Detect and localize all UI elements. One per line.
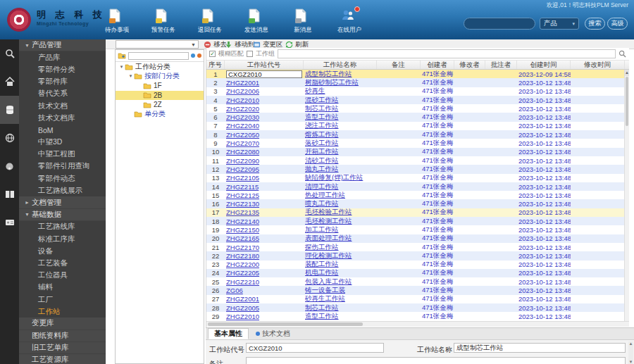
待办事项-button[interactable]: 待办事项: [99, 8, 135, 34]
name-field-value[interactable]: 成型制芯工作站: [454, 343, 626, 353]
table-row[interactable]: 8ZHGZ2050熔炼工作站471张金梅2023-10-12 13:48: [206, 130, 629, 139]
workstation-name-link[interactable]: 造型工作站: [305, 113, 339, 121]
tab-技术文档[interactable]: 技术文档: [250, 328, 296, 339]
workstation-name-link[interactable]: 熔炼工作站: [305, 130, 339, 139]
column-header-创建时间[interactable]: 创建时间: [517, 61, 571, 69]
table-row[interactable]: 2ZHGZ2001树脂砂制芯工作站471张金梅2023-10-12 13:48: [206, 78, 629, 87]
workstation-code-link[interactable]: ZHGZ2030: [226, 113, 259, 121]
sidebar-item-工作站[interactable]: 工作站: [19, 306, 106, 318]
rail-card-icon[interactable]: [0, 208, 19, 237]
workstation-code-link[interactable]: ZG06: [226, 287, 243, 294]
workstation-code-link[interactable]: ZHGZ2170: [226, 244, 259, 251]
workstation-name-link[interactable]: 浇注工作站: [305, 122, 339, 130]
sidebar-item-工艺资源库[interactable]: 工艺资源库: [19, 354, 106, 364]
column-header-工作站名称[interactable]: 工作站名称: [304, 61, 377, 69]
workstation-code-link[interactable]: ZHGZ2165: [226, 234, 259, 242]
sidebar-group-基础数据[interactable]: ▼基础数据: [19, 209, 106, 221]
rail-sphere-icon[interactable]: [0, 152, 19, 180]
workstation-name-link[interactable]: 探伤工作站: [305, 243, 339, 251]
workstation-name-link[interactable]: 热处理工作站: [305, 191, 345, 199]
workstation-code-link[interactable]: ZHGZ2125: [226, 192, 259, 199]
scrollbar-thumb[interactable]: [626, 77, 628, 126]
table-search-input[interactable]: [278, 49, 616, 58]
tree-filter-input[interactable]: [128, 52, 189, 60]
remark-field-value[interactable]: [246, 357, 626, 364]
tree-filter-go-icon[interactable]: [191, 54, 195, 58]
workstation-code-link[interactable]: ZHGZ2001: [226, 295, 259, 303]
workstation-code-link[interactable]: ZHGZ2180: [226, 252, 259, 260]
horizontal-scrollbar[interactable]: [206, 321, 629, 327]
workstation-code-link[interactable]: ZHGZ2200: [226, 261, 259, 268]
table-row[interactable]: 27ZHGZ2001砂再生工作站471张金梅2023-10-12 13:48: [206, 295, 629, 303]
rail-book-icon[interactable]: [0, 180, 19, 208]
在线用户-button[interactable]: 在线用户: [331, 8, 368, 34]
search-category-select[interactable]: 产品 ▾: [540, 18, 579, 30]
workstation-name-link[interactable]: 毛坯检测工作站: [305, 217, 352, 225]
workstation-name-link[interactable]: 抛丸工作站: [305, 165, 339, 173]
workstation-code-link[interactable]: ZHGZ2140: [226, 218, 259, 225]
column-header-工作站代号[interactable]: 工作站代号: [225, 61, 304, 69]
workstation-name-link[interactable]: 清砂工作站: [305, 156, 339, 165]
workstation-code-link[interactable]: ZHGZ2205: [226, 269, 259, 277]
table-row[interactable]: 18ZHGZ2140毛坯检测工作站471张金梅2023-10-12 13:48: [206, 217, 629, 225]
table-row[interactable]: 12ZHGZ2095抛丸工作站471张金梅2023-10-12 13:48: [206, 165, 629, 173]
rail-database-icon[interactable]: [0, 96, 19, 124]
sidebar-item-旧工艺单库[interactable]: 旧工艺单库: [19, 342, 106, 354]
sidebar-item-替代关系[interactable]: 替代关系: [19, 88, 106, 100]
sidebar-item-标准工序库[interactable]: 标准工序库: [19, 233, 106, 245]
workstation-name-link[interactable]: 制芯工作站: [305, 104, 339, 113]
table-row[interactable]: 4ZHGZ2010混砂工作站471张金梅2023-10-12 13:48: [206, 96, 629, 104]
tree-expand-icon[interactable]: ▾: [128, 73, 134, 79]
sidebar-item-图纸资料库[interactable]: 图纸资料库: [19, 330, 106, 342]
workstation-name-link[interactable]: 铸一设备工装: [305, 286, 345, 294]
预警任务-button[interactable]: 预警任务: [145, 8, 182, 34]
inline-edit-input[interactable]: CXGZ2010: [226, 70, 302, 78]
table-row[interactable]: 15ZHGZ2125热处理工作站471张金梅2023-10-12 13:48: [206, 191, 629, 199]
advanced-search-button[interactable]: 高级: [607, 18, 628, 30]
sidebar-item-工艺路线库[interactable]: 工艺路线库: [19, 221, 106, 233]
workstation-code-link[interactable]: ZHGZ2010: [226, 96, 259, 104]
tree-node-按部门分类[interactable]: ▾按部门分类: [116, 72, 204, 82]
workstation-name-link[interactable]: 砂再生工作站: [305, 295, 345, 303]
sidebar-item-技术文档库[interactable]: 技术文档库: [19, 112, 106, 124]
workstation-name-link[interactable]: 制芯工作站: [305, 303, 339, 312]
workstation-name-link[interactable]: 落砂工作站: [305, 139, 339, 147]
table-row[interactable]: 9ZHGZ2070落砂工作站471张金梅2023-10-12 13:48: [206, 139, 629, 147]
rail-home-icon[interactable]: [0, 68, 19, 96]
workstation-code-link[interactable]: ZHGZ2095: [226, 165, 259, 173]
global-search-input[interactable]: [464, 18, 535, 30]
workstation-name-link[interactable]: 机电工作站: [305, 269, 339, 277]
workstation-name-link[interactable]: 成型制芯工作站: [305, 70, 352, 78]
table-row[interactable]: 25ZHGZ2210包装入库工作站471张金梅2023-10-12 13:48: [206, 277, 629, 286]
sidebar-item-技术文档[interactable]: 技术文档: [19, 100, 106, 112]
新消息-button[interactable]: 新消息: [285, 8, 321, 34]
workstation-code-link[interactable]: ZHGZ2080: [226, 148, 259, 156]
table-row[interactable]: 3ZHGZ2006砂再生471张金梅2023-10-12 13:48: [206, 87, 629, 96]
workstation-name-link[interactable]: 开箱工作站: [305, 148, 339, 156]
workstation-code-link[interactable]: ZHGZ2105: [226, 174, 259, 182]
fuzzy-match-checkbox[interactable]: ✓: [209, 51, 216, 57]
workstation-code-link[interactable]: ZHGZ2005: [226, 304, 259, 312]
workstation-code-link[interactable]: ZHGZ2006: [226, 87, 259, 95]
workstation-code-link[interactable]: ZHGZ2130: [226, 200, 259, 208]
column-header-修改者[interactable]: 修改者: [454, 61, 485, 69]
table-row[interactable]: 22ZHGZ2180理化检测工作站471张金梅2023-10-12 13:48: [206, 251, 629, 260]
tree-expand-icon[interactable]: ▾: [118, 64, 125, 70]
workstation-code-link[interactable]: ZHGZ2001: [226, 79, 259, 87]
sidebar-item-工位器具[interactable]: 工位器具: [19, 270, 106, 282]
rail-globe-icon[interactable]: [0, 124, 19, 152]
table-row[interactable]: 26ZG06铸一设备工装471张金梅2023-10-12 13:48: [206, 286, 629, 294]
scroll-up-icon[interactable]: ▲: [625, 70, 629, 76]
sidebar-group-文档管理[interactable]: ►文档管理: [19, 196, 106, 208]
column-header-修改时间[interactable]: 修改时间: [571, 61, 625, 69]
sidebar-item-工艺装备[interactable]: 工艺装备: [19, 257, 106, 269]
table-row[interactable]: 28ZHGZ2005制芯工作站471张金梅2023-10-12 13:48: [206, 303, 629, 312]
sidebar-item-辅料[interactable]: 辅料: [19, 282, 106, 294]
workstation-name-link[interactable]: 装配工作站: [305, 261, 339, 269]
workstation-name-link[interactable]: 表面处理工作站: [305, 234, 352, 243]
workstation-code-link[interactable]: ZHGZ2210: [226, 278, 259, 286]
sidebar-item-中望3D[interactable]: 中望3D: [19, 137, 106, 149]
workstation-name-link[interactable]: 混砂工作站: [305, 96, 339, 104]
table-row[interactable]: 24ZHGZ2205机电工作站471张金梅2023-10-12 13:48: [206, 269, 629, 277]
column-header-备注[interactable]: 备注: [377, 61, 421, 69]
